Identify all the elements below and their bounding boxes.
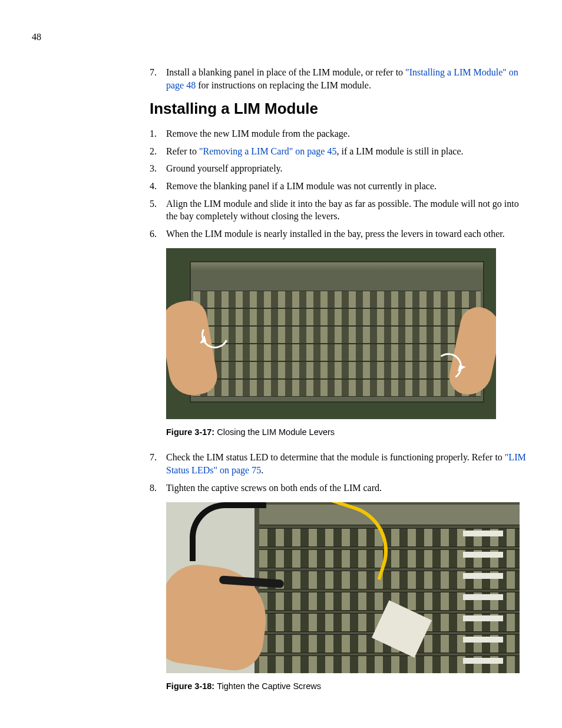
step-text: Align the LIM module and slide it into t… — [166, 197, 530, 223]
step-number: 5. — [150, 197, 166, 223]
list-item: 8. Tighten the captive screws on both en… — [150, 482, 530, 495]
figure-label: Figure 3-18: — [166, 681, 217, 691]
step-text: Remove the blanking panel if a LIM modul… — [166, 180, 530, 193]
list-item: 6. When the LIM module is nearly install… — [150, 228, 530, 241]
list-item: 1. Remove the new LIM module from the pa… — [150, 127, 530, 140]
text-run: , if a LIM module is still in place. — [336, 146, 463, 156]
step-text: Tighten the captive screws on both ends … — [166, 482, 530, 495]
text-run: Tighten the captive screws on both ends … — [166, 483, 382, 493]
text-run: When the LIM module is nearly installed … — [166, 229, 505, 239]
step-number: 3. — [150, 162, 166, 175]
figure-3-17: Figure 3-17: Closing the LIM Module Leve… — [166, 248, 530, 437]
step-number: 7. — [150, 451, 166, 476]
text-run: Remove the new LIM module from the packa… — [166, 129, 350, 139]
text-run: Refer to — [166, 146, 199, 156]
preceding-step-list: 7. Install a blanking panel in place of … — [150, 66, 530, 91]
figure-label: Figure 3-17: — [166, 427, 217, 437]
figure-caption: Figure 3-17: Closing the LIM Module Leve… — [166, 427, 530, 437]
install-steps-list-a: 1. Remove the new LIM module from the pa… — [150, 127, 530, 240]
list-item: 5. Align the LIM module and slide it int… — [150, 197, 530, 223]
step-text: Remove the new LIM module from the packa… — [166, 127, 530, 140]
step-number: 7. — [150, 66, 166, 91]
step-text: Check the LIM status LED to determine th… — [166, 451, 530, 476]
list-item: 2. Refer to "Removing a LIM Card" on pag… — [150, 145, 530, 158]
figure-caption-text: Tighten the Captive Screws — [217, 681, 321, 691]
cross-reference-link[interactable]: "Removing a LIM Card" on page 45 — [199, 146, 336, 156]
step-text: Install a blanking panel in place of the… — [166, 66, 530, 91]
text-run: Check the LIM status LED to determine th… — [166, 452, 505, 462]
page-content: 7. Install a blanking panel in place of … — [150, 66, 530, 691]
figure-caption: Figure 3-18: Tighten the Captive Screws — [166, 681, 530, 691]
step-text: When the LIM module is nearly installed … — [166, 228, 530, 241]
page-number: 48 — [32, 32, 530, 42]
step-number: 4. — [150, 180, 166, 193]
text-run: Install a blanking panel in place of the… — [166, 67, 405, 77]
install-steps-list-b: 7. Check the LIM status LED to determine… — [150, 451, 530, 494]
list-item: 4. Remove the blanking panel if a LIM mo… — [150, 180, 530, 193]
text-run: for instructions on replacing the LIM mo… — [196, 80, 371, 90]
figure-image — [166, 502, 520, 673]
list-item: 7. Install a blanking panel in place of … — [150, 66, 530, 91]
figure-caption-text: Closing the LIM Module Levers — [217, 427, 335, 437]
text-run: Ground yourself appropriately. — [166, 163, 283, 173]
step-number: 8. — [150, 482, 166, 495]
step-text: Refer to "Removing a LIM Card" on page 4… — [166, 145, 530, 158]
step-number: 6. — [150, 228, 166, 241]
text-run: Align the LIM module and slide it into t… — [166, 199, 519, 222]
step-text: Ground yourself appropriately. — [166, 162, 530, 175]
section-heading: Installing a LIM Module — [150, 100, 530, 118]
figure-image — [166, 248, 496, 419]
text-run: . — [261, 465, 263, 475]
step-number: 2. — [150, 145, 166, 158]
step-number: 1. — [150, 127, 166, 140]
list-item: 3. Ground yourself appropriately. — [150, 162, 530, 175]
text-run: Remove the blanking panel if a LIM modul… — [166, 181, 437, 191]
figure-3-18: Figure 3-18: Tighten the Captive Screws — [166, 502, 530, 691]
list-item: 7. Check the LIM status LED to determine… — [150, 451, 530, 476]
